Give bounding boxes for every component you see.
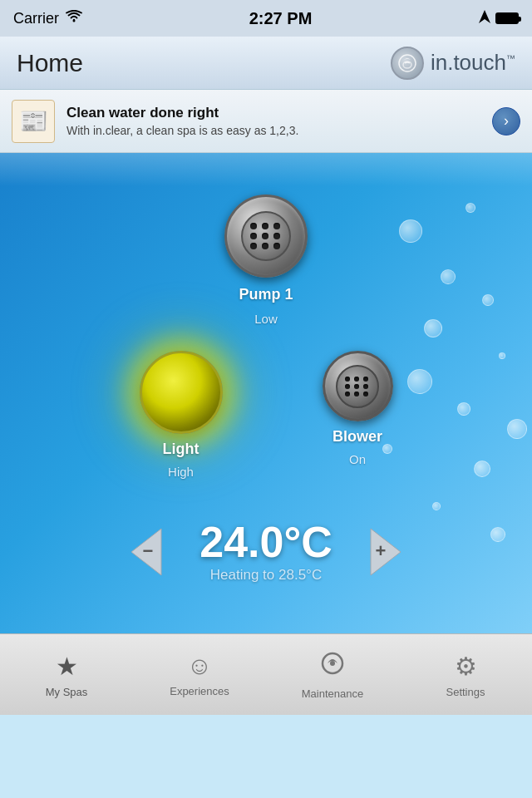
light-status: High: [168, 465, 194, 479]
nav-item-maintenance[interactable]: Maintenance: [266, 634, 399, 715]
maintenance-icon: [319, 650, 346, 682]
svg-point-0: [73, 19, 76, 22]
news-banner[interactable]: 📰 Clean water done right With in.clear, …: [0, 90, 532, 153]
pump1-label: Pump 1: [239, 286, 293, 303]
blower-hole: [345, 384, 350, 389]
pump-hole: [250, 223, 257, 229]
pump-hole: [262, 233, 268, 239]
brand-logo: in.touch™: [391, 47, 515, 80]
pump-hole: [250, 233, 257, 239]
blower-hole: [363, 377, 368, 382]
blower-hole: [354, 384, 359, 389]
blower-button[interactable]: [323, 351, 393, 421]
news-text-block: Clean water done right With in.clear, a …: [66, 105, 480, 137]
news-icon: 📰: [12, 100, 55, 143]
pump-hole: [273, 243, 280, 249]
battery-icon: [495, 12, 519, 24]
blower-hole: [363, 384, 368, 389]
my-spas-icon: ★: [56, 652, 78, 681]
blower-hole: [363, 392, 368, 397]
pump1-holes: [250, 223, 282, 249]
news-arrow-button[interactable]: ›: [492, 107, 520, 135]
spa-control-area: Pump 1 Low Light High: [0, 153, 532, 633]
settings-icon: ⚙: [455, 652, 477, 681]
temperature-display: 24.0°C Heating to 28.5°C: [200, 520, 332, 584]
svg-point-2: [399, 55, 416, 71]
pump1-inner: [241, 211, 291, 261]
brand-name: in.touch™: [431, 50, 515, 76]
nav-item-experiences[interactable]: ☺ Experiences: [133, 634, 266, 715]
pump-hole: [262, 223, 268, 229]
settings-label: Settings: [446, 686, 485, 698]
temp-decrease-button[interactable]: −: [118, 524, 175, 580]
experiences-label: Experiences: [170, 685, 229, 697]
light-button[interactable]: [140, 351, 223, 434]
status-bar: Carrier 2:27 PM: [0, 0, 532, 37]
blower-status: On: [349, 452, 366, 466]
news-title: Clean water done right: [66, 105, 480, 121]
blower-inner: [336, 365, 379, 408]
experiences-icon: ☺: [187, 652, 213, 680]
nav-item-my-spas[interactable]: ★ My Spas: [0, 634, 133, 715]
temp-increase-button[interactable]: +: [357, 524, 414, 580]
controls-container: Pump 1 Low Light High: [0, 153, 532, 633]
carrier-label: Carrier: [13, 10, 59, 27]
pump-hole: [273, 233, 280, 239]
light-label: Light: [163, 441, 200, 458]
svg-text:+: +: [375, 540, 386, 561]
maintenance-label: Maintenance: [302, 687, 363, 700]
pump1-container: Pump 1 Low: [224, 195, 308, 326]
pump-hole: [273, 223, 280, 229]
nav-item-settings[interactable]: ⚙ Settings: [399, 634, 532, 715]
app-header: Home in.touch™: [0, 37, 532, 90]
blower-hole: [345, 377, 350, 382]
pump1-button[interactable]: [224, 195, 308, 278]
temperature-target: Heating to 28.5°C: [200, 567, 332, 584]
wifi-icon: [66, 10, 82, 27]
temperature-value: 24.0°C: [200, 520, 332, 564]
news-subtitle: With in.clear, a clean spa is as easy as…: [66, 124, 480, 137]
svg-point-9: [330, 661, 335, 666]
svg-text:−: −: [143, 540, 154, 561]
my-spas-label: My Spas: [46, 686, 88, 698]
page-title: Home: [17, 49, 83, 77]
pump-hole: [250, 243, 257, 249]
svg-marker-1: [479, 10, 490, 23]
blower-hole: [354, 392, 359, 397]
blower-hole: [345, 392, 350, 397]
pump-hole: [262, 243, 268, 249]
light-container: Light High: [140, 351, 223, 479]
pump1-status: Low: [254, 312, 278, 326]
blower-hole: [354, 377, 359, 382]
location-icon: [479, 10, 490, 27]
brand-icon: [391, 47, 424, 80]
blower-container: Blower On: [323, 351, 393, 466]
time-display: 2:27 PM: [249, 9, 313, 28]
temperature-row: − 24.0°C Heating to 28.5°C +: [118, 520, 414, 584]
blower-label: Blower: [332, 428, 382, 446]
blower-holes: [345, 377, 370, 397]
bottom-navigation: ★ My Spas ☺ Experiences Maintenance ⚙ Se…: [0, 633, 532, 715]
light-blower-row: Light High: [140, 351, 393, 479]
